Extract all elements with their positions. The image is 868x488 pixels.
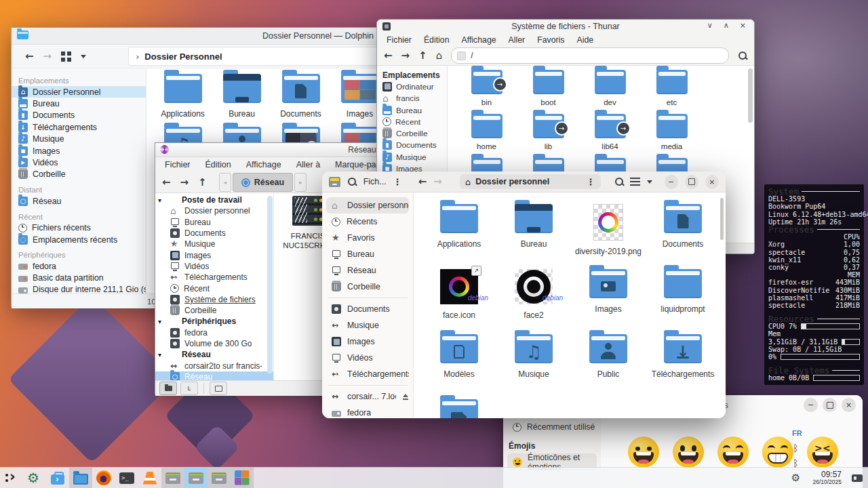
menu-item[interactable]: Fichier xyxy=(165,160,191,169)
scrollbar[interactable] xyxy=(720,198,724,240)
menu-item[interactable]: Favoris xyxy=(537,35,564,45)
folder-item[interactable]: boot xyxy=(517,70,579,114)
beaming-face-teeth-emoji[interactable] xyxy=(762,436,793,468)
back-button[interactable]: ← xyxy=(162,178,171,188)
side-pane-item[interactable]: Système de fichiers xyxy=(155,294,273,305)
back-button[interactable]: ← xyxy=(384,51,393,61)
side-pane-item[interactable]: Musique xyxy=(377,151,447,163)
file-manager-task-icon[interactable] xyxy=(161,468,184,488)
side-pane-item[interactable]: fedora xyxy=(155,327,273,338)
file-manager-task-icon-2[interactable] xyxy=(208,468,231,488)
file-item[interactable]: Public xyxy=(571,334,646,394)
terminal-icon[interactable] xyxy=(115,468,138,488)
places-item[interactable]: Corbeille xyxy=(12,169,146,180)
folder-item[interactable]: Applications xyxy=(153,71,212,125)
side-pane-item[interactable]: Emplacements xyxy=(377,69,447,81)
menu-item[interactable]: Édition xyxy=(205,160,231,169)
side-pane-item[interactable]: Bureau xyxy=(377,104,447,116)
menu-item[interactable]: Affichage xyxy=(462,35,496,45)
view-options-dropdown-icon[interactable] xyxy=(647,180,652,184)
forward-button[interactable]: → xyxy=(180,178,189,188)
side-pane-item[interactable]: ↓ Téléchargements xyxy=(155,272,273,283)
side-pane-item[interactable]: ♪ Musique xyxy=(155,239,273,249)
back-button[interactable]: ← xyxy=(418,177,427,187)
path-segment-button[interactable]: Réseau xyxy=(233,173,293,192)
search-in-folder-icon[interactable] xyxy=(614,177,623,186)
side-pane-item[interactable]: Images xyxy=(155,249,273,260)
side-pane-toggle-button[interactable] xyxy=(210,382,227,395)
sidebar-item[interactable]: ♪ Musique xyxy=(326,317,409,333)
folder-item[interactable]: bin xyxy=(456,70,517,114)
folder-item[interactable]: home xyxy=(456,114,517,158)
file-item[interactable]: Téléchargements xyxy=(646,334,720,394)
scrollbar[interactable] xyxy=(748,68,753,123)
vlc-icon[interactable] xyxy=(138,468,161,488)
folder-item[interactable]: lib xyxy=(517,114,579,158)
close-button[interactable]: × xyxy=(740,22,746,29)
places-item[interactable]: Fichiers récents xyxy=(12,222,146,234)
side-pane-item[interactable]: Corbeille xyxy=(377,127,447,139)
places-item[interactable]: Bureau xyxy=(12,98,146,109)
sidebar-item[interactable] xyxy=(326,295,409,301)
folder-item[interactable]: lib64 xyxy=(579,114,641,158)
side-pane-item[interactable]: Périphériques xyxy=(155,316,273,327)
places-item[interactable]: fedora xyxy=(12,260,146,272)
minimize-button[interactable]: − xyxy=(665,175,678,189)
sidebar-item[interactable]: Récents xyxy=(326,214,409,230)
close-button[interactable]: × xyxy=(842,398,856,412)
network-icon[interactable] xyxy=(790,485,801,488)
restore-button[interactable] xyxy=(823,398,837,412)
places-item[interactable]: Récent xyxy=(12,211,146,222)
directory-tree-toggle-button[interactable]: Ŀ xyxy=(180,382,198,395)
places-item[interactable]: Téléchargements xyxy=(12,121,146,133)
up-button[interactable]: ↑ xyxy=(198,178,207,188)
dolphin-task-icon[interactable] xyxy=(69,468,92,488)
list-view-button[interactable] xyxy=(630,178,639,186)
bluetooth-icon[interactable] xyxy=(790,441,801,455)
file-item[interactable]: Applications xyxy=(422,204,496,264)
path-scroll-right-button[interactable]: ▸ xyxy=(294,173,307,192)
file-item[interactable] xyxy=(422,399,496,418)
places-item[interactable]: Réseau xyxy=(12,195,146,207)
restore-button[interactable] xyxy=(685,175,698,189)
side-pane-item[interactable]: Réseau xyxy=(155,349,273,360)
side-pane-item[interactable]: Réseau xyxy=(155,371,273,380)
close-button[interactable]: × xyxy=(705,175,719,189)
grinning-face-smiling-eyes-emoji[interactable] xyxy=(717,436,749,468)
recently-used-item[interactable]: Récemment utilisé xyxy=(507,418,597,436)
file-item[interactable]: diversity-2019.png xyxy=(571,204,646,264)
minimize-button[interactable]: − xyxy=(804,398,818,412)
grinning-face-big-eyes-emoji[interactable] xyxy=(673,436,704,468)
side-pane-item[interactable]: Bureau xyxy=(155,217,273,228)
side-pane-scrollbar[interactable] xyxy=(267,196,273,373)
places-toggle-button[interactable] xyxy=(159,382,177,395)
home-button[interactable]: ⌂ xyxy=(436,49,443,62)
portfolio-app-icon[interactable] xyxy=(46,468,69,488)
menu-item[interactable]: Aller xyxy=(509,35,526,45)
menu-item[interactable]: Aller à xyxy=(296,160,320,169)
menu-item[interactable]: Affichage xyxy=(246,160,281,169)
places-item[interactable]: Emplacements récents xyxy=(12,234,146,245)
side-pane-item[interactable]: Documents xyxy=(155,228,273,239)
folder-item[interactable]: dev xyxy=(579,70,641,114)
settings-gear-icon[interactable] xyxy=(790,470,801,485)
file-manager-task-icon-focused[interactable] xyxy=(184,468,208,488)
menu-item[interactable]: Édition xyxy=(424,35,450,45)
sidebar-item[interactable]: corsair... 7.local xyxy=(326,388,409,405)
forward-button[interactable]: → xyxy=(43,52,52,62)
app-launcher-icon[interactable] xyxy=(0,468,23,488)
folder-item[interactable]: Documents xyxy=(271,71,330,125)
system-tools-icon[interactable] xyxy=(23,468,46,488)
sidebar-item[interactable]: Corbeille xyxy=(326,279,409,295)
sidebar-item[interactable]: ↓ Téléchargements xyxy=(326,366,409,382)
file-item[interactable]: Bureau xyxy=(496,204,571,264)
file-item[interactable]: debian face.icon xyxy=(422,269,496,329)
side-pane-item[interactable]: Corbeille xyxy=(155,305,273,316)
places-item[interactable]: Périphériques xyxy=(12,249,146,260)
path-bar[interactable]: ⌂ Dossier personnel ⋮ xyxy=(460,174,601,189)
file-item[interactable]: Modèles xyxy=(422,334,496,394)
up-button[interactable]: ↑ xyxy=(418,51,427,61)
side-pane-item[interactable]: Dossier personnel xyxy=(155,205,273,216)
app-group-icon[interactable] xyxy=(231,468,254,488)
thunar-titlebar[interactable]: Système de fichiers - Thunar ∨ ∧ × xyxy=(377,20,754,33)
